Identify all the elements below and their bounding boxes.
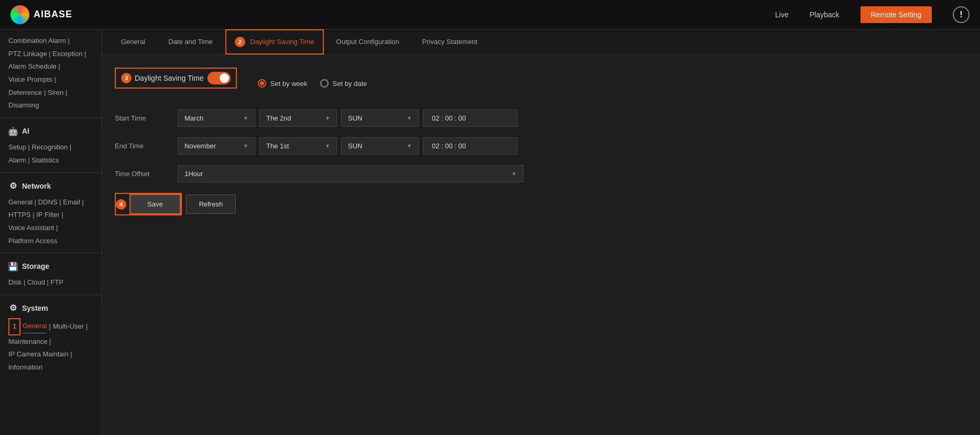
sidebar-link-deterrence[interactable]: Deterrence bbox=[8, 89, 42, 96]
radio-set-by-week[interactable]: Set by week bbox=[258, 79, 308, 88]
sidebar-item-ai-alarm: Alarm | Statistics bbox=[8, 154, 93, 167]
dst-toggle-container: 3 Daylight Saving Time bbox=[115, 68, 237, 89]
radio-date-label: Set by date bbox=[333, 80, 367, 88]
end-month-dropdown[interactable]: November ▼ bbox=[178, 137, 255, 155]
dst-label: Daylight Saving Time bbox=[135, 74, 204, 82]
sidebar-item-combination-alarm[interactable]: Combination Alarm | bbox=[8, 35, 93, 48]
sidebar-section-storage: 💾 Storage Disk | Cloud | FTP bbox=[0, 257, 102, 295]
sidebar-link-ftp[interactable]: FTP bbox=[50, 278, 63, 286]
start-week-dropdown[interactable]: The 2nd ▼ bbox=[259, 110, 337, 127]
tab-general[interactable]: General bbox=[111, 30, 156, 54]
sidebar-link-ai-setup[interactable]: Setup bbox=[8, 143, 26, 151]
logo: AIBASE bbox=[10, 5, 72, 24]
tab-privacy[interactable]: Privacy Statement bbox=[412, 30, 488, 54]
time-offset-label: Time Offset bbox=[115, 170, 178, 178]
sidebar-ai-links: Setup | Recognition | Alarm | Statistics bbox=[0, 140, 102, 170]
save-button-box: 4 Save bbox=[115, 193, 182, 215]
sidebar-link-ai-recognition[interactable]: Recognition bbox=[32, 143, 68, 151]
end-time-value: 02 : 00 : 00 bbox=[432, 142, 466, 150]
dst-top-row: 3 Daylight Saving Time Set by w bbox=[115, 68, 967, 99]
sidebar-link-email[interactable]: Email bbox=[63, 198, 80, 206]
time-offset-controls: 1Hour ▼ bbox=[178, 165, 967, 182]
start-day-arrow: ▼ bbox=[407, 115, 412, 121]
tab-dst[interactable]: 2 Daylight Saving Time bbox=[225, 29, 324, 55]
sidebar-link-https[interactable]: HTTPS bbox=[8, 211, 31, 219]
storage-icon: 💾 bbox=[8, 262, 18, 271]
logo-icon bbox=[10, 5, 29, 24]
nav-live[interactable]: Live bbox=[775, 10, 789, 19]
alert-icon[interactable]: ! bbox=[953, 6, 970, 23]
end-time-input[interactable]: 02 : 00 : 00 bbox=[423, 137, 517, 155]
badge-2: 2 bbox=[235, 37, 245, 47]
start-day-value: SUN bbox=[348, 114, 362, 122]
sidebar-item-disarming[interactable]: Disarming bbox=[8, 99, 93, 112]
sidebar-section-ai: 🤖 AI Setup | Recognition | Alarm | Stati… bbox=[0, 122, 102, 172]
sidebar-ai-title: 🤖 AI bbox=[0, 122, 102, 140]
toggle-track bbox=[208, 72, 231, 84]
end-month-arrow: ▼ bbox=[243, 143, 248, 149]
content-area: General Date and Time 2 Daylight Saving … bbox=[102, 29, 980, 435]
sidebar-system-maintenance[interactable]: Maintenance | bbox=[8, 335, 93, 349]
start-time-row: Start Time March ▼ The 2nd ▼ SUN ▼ bbox=[115, 110, 967, 127]
sidebar-system-general-row: 1 General | Multi-User | bbox=[8, 318, 88, 335]
radio-set-by-date[interactable]: Set by date bbox=[320, 79, 367, 88]
radio-row: Set by week Set by date bbox=[258, 79, 367, 88]
tab-output-config[interactable]: Output Configuration bbox=[326, 30, 410, 54]
sidebar-item-voice-prompts[interactable]: Voice Prompts | bbox=[8, 73, 93, 86]
sidebar-link-ddns[interactable]: DDNS bbox=[38, 198, 58, 206]
end-month-value: November bbox=[184, 142, 216, 150]
time-offset-dropdown[interactable]: 1Hour ▼ bbox=[178, 165, 524, 182]
sidebar-item-alarm-schedule[interactable]: Alarm Schedule | bbox=[8, 60, 93, 73]
sidebar-link-ai-alarm[interactable]: Alarm bbox=[8, 156, 26, 164]
sidebar-system-ip-camera[interactable]: IP Camera Maintain | bbox=[8, 348, 93, 361]
dst-toggle[interactable] bbox=[208, 72, 231, 84]
sidebar-network-voice[interactable]: Voice Assistant | bbox=[8, 222, 93, 235]
start-week-value: The 2nd bbox=[266, 114, 291, 122]
nav-remote-setting-button[interactable]: Remote Setting bbox=[861, 6, 932, 23]
top-navigation: AIBASE Live Playback Remote Setting ! bbox=[0, 0, 980, 29]
sidebar-item-ptz-linkage: PTZ Linkage | Exception | bbox=[8, 48, 93, 61]
nav-links: Live Playback Remote Setting ! bbox=[775, 6, 970, 23]
end-week-value: The 1st bbox=[266, 142, 289, 150]
start-month-value: March bbox=[184, 114, 203, 122]
start-time-input[interactable]: 02 : 00 : 00 bbox=[423, 110, 517, 127]
sidebar-network-title: ⚙ Network bbox=[0, 177, 102, 195]
sidebar-system-information[interactable]: Information bbox=[8, 361, 93, 374]
sidebar-network-platform[interactable]: Platform Access bbox=[8, 235, 93, 248]
toggle-thumb bbox=[220, 73, 229, 83]
sidebar-link-multi-user[interactable]: Multi-User bbox=[53, 320, 84, 333]
sidebar-alarm-links: Combination Alarm | PTZ Linkage | Except… bbox=[0, 34, 102, 115]
radio-week-dot bbox=[260, 81, 264, 85]
sidebar-link-ptz[interactable]: PTZ Linkage bbox=[8, 50, 47, 58]
start-day-dropdown[interactable]: SUN ▼ bbox=[341, 110, 419, 127]
start-month-dropdown[interactable]: March ▼ bbox=[178, 110, 255, 127]
sidebar-item-deterrence: Deterrence | Siren | bbox=[8, 86, 93, 100]
nav-playback[interactable]: Playback bbox=[810, 10, 840, 19]
logo-text: AIBASE bbox=[34, 9, 72, 20]
system-icon: ⚙ bbox=[8, 303, 18, 313]
time-offset-row: Time Offset 1Hour ▼ bbox=[115, 165, 967, 182]
refresh-button[interactable]: Refresh bbox=[186, 194, 236, 214]
content-body: 3 Daylight Saving Time Set by w bbox=[102, 55, 980, 228]
sidebar-network-general: General | DDNS | Email | bbox=[8, 196, 93, 209]
sidebar-storage-items: Disk | Cloud | FTP bbox=[8, 276, 93, 289]
sidebar-link-ai-statistics[interactable]: Statistics bbox=[32, 156, 59, 164]
tab-date-time[interactable]: Date and Time bbox=[158, 30, 223, 54]
sidebar-link-disk[interactable]: Disk bbox=[8, 278, 21, 286]
sidebar-link-network-general[interactable]: General bbox=[8, 198, 32, 206]
end-week-dropdown[interactable]: The 1st ▼ bbox=[259, 137, 337, 155]
sidebar-link-ip-filter[interactable]: IP Filter bbox=[36, 211, 60, 219]
save-button[interactable]: Save bbox=[129, 194, 181, 214]
start-time-label: Start Time bbox=[115, 114, 178, 122]
sidebar-link-exception[interactable]: Exception bbox=[52, 50, 82, 58]
time-offset-arrow: ▼ bbox=[511, 171, 517, 177]
sidebar-link-system-general[interactable]: General bbox=[23, 320, 47, 333]
sidebar: Combination Alarm | PTZ Linkage | Except… bbox=[0, 29, 102, 435]
sidebar-link-siren[interactable]: Siren bbox=[48, 89, 63, 96]
sidebar-item-ai-setup: Setup | Recognition | bbox=[8, 141, 93, 154]
sidebar-link-cloud[interactable]: Cloud bbox=[27, 278, 45, 286]
end-day-dropdown[interactable]: SUN ▼ bbox=[341, 137, 419, 155]
sidebar-storage-links: Disk | Cloud | FTP bbox=[0, 275, 102, 292]
sidebar-network-https: HTTPS | IP Filter | bbox=[8, 209, 93, 222]
sidebar-section-alarm: Combination Alarm | PTZ Linkage | Except… bbox=[0, 34, 102, 118]
